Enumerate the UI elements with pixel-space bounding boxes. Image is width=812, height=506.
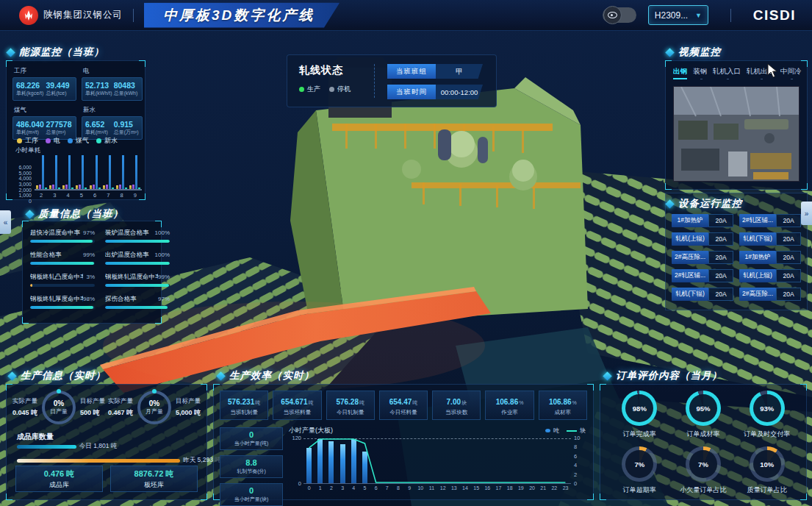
actual-value: 0.045 吨	[12, 408, 37, 418]
stock-bar-label: 今日 1,801 吨	[79, 442, 118, 451]
equipment-value: 20A	[708, 251, 733, 264]
actual-value: 0.467 吨	[108, 408, 133, 418]
legend-dot-icon	[17, 138, 22, 143]
energy-card-name: 电	[83, 67, 143, 76]
equipment-row[interactable]: 轧机(下辊) 20A	[739, 232, 801, 246]
quality-item: 探伤合格率 97%	[105, 295, 170, 309]
target-label: 目标产量	[80, 397, 105, 406]
line-status-row: 当班时间 00:00-12:00	[387, 85, 483, 99]
eye-icon[interactable]	[603, 6, 622, 24]
left-expander-tab[interactable]: «	[0, 210, 11, 234]
equipment-row[interactable]: 1#加热炉 20A	[739, 251, 801, 264]
stat-value: 654.671	[281, 398, 307, 406]
video-tab[interactable]: 中间冷	[780, 67, 802, 79]
energy-value: 486.040	[16, 120, 43, 129]
equipment-label: 2#轧区辅...	[739, 214, 776, 227]
store-value: 0.476 吨	[44, 468, 75, 480]
heat-number-dropdown[interactable]: H2309... ▼	[648, 5, 708, 25]
equipment-value: 20A	[708, 269, 733, 282]
equipment-row[interactable]: 2#轧区辅... 20A	[739, 214, 801, 227]
quality-percent: 97%	[158, 296, 170, 302]
stock-bar	[17, 445, 76, 449]
quality-panel-title: 质量信息（当班）	[26, 207, 123, 221]
quality-item: 装炉温度合格率 100%	[105, 229, 170, 243]
energy-legend-item: 工序	[17, 136, 38, 146]
ring-percent: 7%	[634, 460, 644, 468]
energy-unit: 单耗(m³/t)	[16, 129, 43, 136]
stat-label: 今日轧制量	[328, 409, 373, 416]
order-ring-cell: 10% 质量订单占比	[735, 446, 799, 495]
quality-label: 超快冷温度命中率	[30, 229, 80, 238]
page-title-plate: 中厚板3D数字化产线	[144, 3, 339, 28]
quality-progress-bar	[105, 240, 170, 243]
energy-value: 6.652	[85, 120, 111, 129]
status-legend-label: 停机	[337, 85, 351, 94]
vertical-divider	[374, 64, 375, 98]
equipment-row[interactable]: 2#高压除... 20A	[739, 288, 801, 301]
hourly-output-chart: 0120024681001234567891011121314151617181…	[289, 438, 586, 491]
stat-value: 7.00	[447, 398, 461, 406]
side-stat-value: 0	[222, 430, 281, 439]
company-logo-icon	[19, 6, 38, 25]
line-status-row: 当班班组 甲	[387, 64, 483, 79]
quality-progress-bar	[105, 262, 170, 265]
production-gauge-group: 实际产量 0.467 吨 0% 月产量 目标产量 5,000 吨	[108, 391, 201, 424]
equipment-row[interactable]: 轧机(上辊) 20A	[672, 232, 733, 246]
video-feed[interactable]	[673, 86, 800, 182]
equipment-row[interactable]: 2#高压除... 20A	[672, 251, 733, 264]
order-ring-cell: 7% 订单超期率	[608, 446, 672, 495]
energy-unit: 总耗(tce)	[46, 90, 73, 97]
video-tabs: 出钢 装钢 轧机入口 轧机出口 中间冷 电加热	[673, 67, 804, 79]
right-expander-tab[interactable]: »	[801, 202, 812, 225]
production-ring-gauge: 0% 月产量	[137, 391, 171, 424]
order-ring-gauge: 7%	[622, 446, 657, 482]
stat-label: 今日坯料量	[381, 409, 425, 416]
equipment-row[interactable]: 轧机(上辊) 20A	[739, 269, 801, 282]
equipment-row[interactable]: 轧机(下辊) 20A	[672, 288, 733, 301]
energy-unit: 总量(kWh)	[114, 90, 140, 97]
equipment-value: 20A	[776, 288, 801, 301]
efficiency-stats: 576.231吨 当班轧制量 654.671吨 当班坯料量 576.28吨 今日…	[220, 391, 587, 420]
efficiency-panel: 576.231吨 当班轧制量 654.671吨 当班坯料量 576.28吨 今日…	[213, 384, 594, 500]
status-row-label: 当班班组	[387, 64, 436, 79]
company-name: 陕钢集团汉钢公司	[43, 9, 123, 21]
equipment-label: 1#加热炉	[739, 251, 776, 264]
ring-label: 订单及时交付率	[744, 430, 790, 439]
quality-item: 出炉温度合格率 100%	[105, 251, 170, 265]
stat-label: 当班坯料量	[275, 409, 319, 416]
diamond-icon	[665, 48, 675, 57]
video-tab[interactable]: 装钢	[693, 67, 707, 79]
store-value: 8876.72 吨	[134, 468, 174, 480]
quality-label: 钢板终轧温度命中率	[105, 273, 158, 282]
equipment-row[interactable]: 2#轧区辅... 20A	[672, 269, 733, 282]
order-ring-gauge: 98%	[622, 391, 657, 426]
efficiency-side-stats: 0 当小时产量(吨) 8.8 轧制节奏(分) 0 当小时产量(块)	[220, 427, 283, 506]
energy-value: 68.226	[16, 81, 43, 90]
ton-dot-icon	[545, 429, 550, 432]
visibility-toggle[interactable]	[603, 7, 636, 23]
store-card: 8876.72 吨 板坯库	[110, 466, 198, 492]
hourly-chart-legend: 吨 块	[545, 427, 586, 435]
energy-card: 工序 68.226 单耗(kgce/t) 39.449 总耗(tce)	[12, 67, 76, 101]
stat-value: 106.86	[549, 398, 572, 406]
video-tab[interactable]: 轧机入口	[713, 67, 741, 79]
order-rings: 98% 订单完成率 95% 订单成材率 93% 订单及时交付率	[608, 391, 799, 495]
quality-progress-bar	[105, 284, 169, 287]
energy-unit: 总量(万m³)	[114, 129, 140, 136]
side-stat-card: 8.8 轧制节奏(分)	[220, 455, 283, 478]
equipment-row[interactable]: 1#加热炉 20A	[672, 214, 733, 227]
quality-progress-bar	[30, 306, 93, 309]
energy-bar-chart: 01,0002,0003,0004,0005,0006,00023456789	[14, 155, 142, 210]
top-header: 陕钢集团汉钢公司 中厚板3D数字化产线 H2309... ▼ CISDI	[0, 0, 812, 31]
energy-legend-item: 电	[46, 136, 60, 146]
ring-percent: 93%	[760, 405, 774, 413]
energy-cards: 工序 68.226 单耗(kgce/t) 39.449 总耗(tce) 电 52…	[12, 67, 139, 140]
video-tab[interactable]: 出钢	[673, 67, 687, 79]
energy-legend-item: 煤气	[68, 136, 89, 146]
line-status-panel: 轧线状态 生产 停机 当班班组	[287, 54, 497, 107]
quality-percent: 100%	[155, 229, 170, 236]
ring-percent: 7%	[698, 460, 708, 468]
video-panel-title: 视频监控	[667, 46, 721, 59]
side-stat-label: 当小时产量(块)	[222, 496, 281, 503]
efficiency-stat-card: 7.00块 当班块数	[432, 391, 481, 420]
